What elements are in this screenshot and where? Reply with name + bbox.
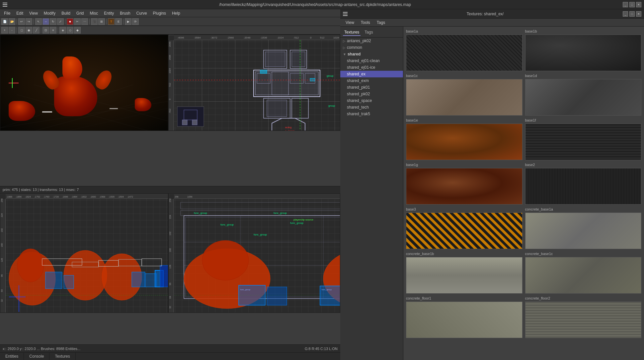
tool-scale[interactable]: ⤢ (57, 18, 64, 25)
side-ruler-h: -1888 -1856 -1824 -1792 -1760 -1728 -169… (6, 194, 168, 199)
editor-hamburger-icon[interactable] (3, 3, 7, 7)
texture-item-concrete-base1b[interactable]: concrete_base1b (406, 252, 523, 294)
tree-item-shared-pk02[interactable]: shared_pk02 (340, 91, 403, 97)
texture-item-concrete-floor1[interactable]: concrete_floor1 (406, 296, 523, 338)
ground-marker-2 (109, 108, 118, 109)
tex-menu-view[interactable]: View (343, 20, 357, 26)
viewport-side-2d[interactable]: -1888 -1856 -1824 -1792 -1760 -1728 -169… (0, 193, 168, 313)
textures-maximize-button[interactable]: □ (629, 11, 635, 17)
tree-item-shared-space[interactable]: shared_space (340, 97, 403, 104)
tool-redo[interactable]: ↪ (26, 18, 32, 25)
tool-refresh[interactable]: ⟳ (132, 18, 139, 25)
viewport-top-2d[interactable]: -4096 -3584 -3072 -2560 -2048 -1536 -102… (168, 35, 340, 131)
viewport-front-2d[interactable]: 256 1056 256 224 192 160 128 96 64 (168, 193, 340, 313)
tool-vertex[interactable]: ◉ (26, 27, 32, 34)
tab-entities[interactable]: Entities (0, 353, 24, 360)
tree-item-shared-ej01-ice[interactable]: shared_ej01-ice (340, 64, 403, 71)
texture-item-concrete-base1a[interactable]: concrete_base1a (525, 207, 642, 249)
texture-item-base1e[interactable]: base1e (406, 118, 523, 160)
tool-rotate[interactable]: ↻ (50, 18, 56, 25)
tool-snap-grid[interactable]: ⊡ (42, 27, 49, 34)
tree-tab-textures[interactable]: Textures (343, 29, 361, 36)
tex-menu-tags[interactable]: Tags (374, 20, 388, 26)
svg-text:func_group: func_group (220, 223, 234, 226)
tool-camera[interactable]: 🎥 (91, 18, 98, 25)
tex-menu-tools[interactable]: Tools (358, 20, 373, 26)
menu-entity[interactable]: Entity (101, 10, 117, 16)
tree-tab-tags[interactable]: Tags (363, 29, 374, 36)
menu-plugins[interactable]: Plugins (150, 10, 169, 16)
textures-minimize-button[interactable]: _ (623, 11, 628, 17)
editor-close-button[interactable]: ✕ (636, 2, 641, 7)
menu-curve[interactable]: Curve (134, 10, 150, 16)
texture-item-concrete-floor2[interactable]: concrete_floor2 (525, 296, 642, 338)
texture-item-base1b[interactable]: base1b (525, 29, 642, 71)
svg-point-38 (17, 249, 44, 282)
svg-rect-46 (160, 265, 168, 287)
tool-select[interactable]: ↖ (35, 18, 42, 25)
tool-texture[interactable]: T (108, 18, 115, 25)
menu-brush[interactable]: Brush (117, 10, 133, 16)
texture-thumb-concrete-base1c (525, 257, 642, 294)
editor-minimize-button[interactable]: _ (623, 2, 628, 7)
menu-modify[interactable]: Modify (41, 10, 58, 16)
s-ruler-2: -1856 (16, 196, 22, 198)
tool-misc2[interactable]: ◇ (67, 27, 73, 34)
tree-item-shared-ex[interactable]: shared_ex (340, 71, 403, 77)
texture-item-base1d[interactable]: base1d (525, 74, 642, 116)
texture-item-concrete-base1c[interactable]: concrete_base1c (525, 252, 642, 294)
fv-mark-3: 192 (169, 231, 171, 235)
tool-misc1[interactable]: ◈ (59, 27, 66, 34)
tool-translate[interactable]: ↔ (42, 18, 49, 25)
tool-face[interactable]: ◻ (18, 27, 25, 34)
menu-view[interactable]: View (27, 10, 40, 16)
tool-grid-snap[interactable]: ⊞ (98, 18, 105, 25)
tool-new[interactable]: 📄 (1, 18, 8, 25)
tool-align[interactable]: ≡ (50, 27, 56, 34)
tree-label-shared-pk02: shared_pk02 (347, 92, 370, 96)
menu-file[interactable]: File (1, 10, 13, 16)
texture-item-base1f[interactable]: base1f (525, 118, 642, 160)
tree-item-shared[interactable]: ▼ shared (340, 51, 403, 57)
tree-item-shared-ej01-clean[interactable]: shared_ej01-clean (340, 57, 403, 64)
tree-item-shared-pk01[interactable]: shared_pk01 (340, 84, 403, 91)
tool-connect[interactable]: ⋯ (81, 18, 88, 25)
tool-undo[interactable]: ↩ (18, 18, 25, 25)
tool-clip[interactable]: ✂ (74, 18, 81, 25)
texture-item-base1a[interactable]: base1a (406, 29, 523, 71)
tree-item-antares[interactable]: ▷ antares_pk02 (340, 38, 403, 44)
tool-csg-add[interactable]: + (1, 27, 8, 34)
textures-close-button[interactable]: ✕ (636, 11, 641, 17)
menu-help[interactable]: Help (169, 10, 183, 16)
editor-status-bar: prim: 475 | states: 13 | transforms: 13 … (0, 186, 340, 193)
tree-item-shared-trak5[interactable]: shared_trak5 (340, 111, 403, 117)
viewport-3d[interactable] (0, 35, 168, 131)
tool-compile[interactable]: ▶ (125, 18, 131, 25)
menu-misc[interactable]: Misc (87, 10, 101, 16)
texture-item-base1c[interactable]: base1c (406, 74, 523, 116)
textures-hamburger-icon[interactable] (343, 12, 348, 16)
tree-item-shared-exm[interactable]: shared_exm (340, 77, 403, 84)
sep2 (34, 19, 34, 25)
s-ruler-13: -1504 (118, 196, 124, 198)
tab-textures[interactable]: Textures (49, 353, 75, 360)
tool-csg-sub[interactable]: - (9, 27, 15, 34)
texture-item-base3[interactable]: base3 (406, 207, 523, 249)
tool-entity[interactable]: E (115, 18, 122, 25)
texture-item-base2[interactable]: base2 (525, 163, 642, 205)
tool-open[interactable]: 📂 (9, 18, 15, 25)
menu-grid[interactable]: Grid (74, 10, 87, 16)
menu-build[interactable]: Build (59, 10, 73, 16)
menu-edit[interactable]: Edit (14, 10, 26, 16)
texture-item-base1g[interactable]: base1g (406, 163, 523, 205)
tree-item-common[interactable]: ▷ common (340, 44, 403, 51)
texture-grid[interactable]: base1a base1b base1c base1d (403, 27, 644, 360)
tool-misc3[interactable]: ◆ (74, 27, 81, 34)
tree-item-shared-tech[interactable]: shared_tech (340, 104, 403, 111)
ruler-v-mark-4: 512 (169, 83, 171, 87)
ruler-mark-5: -2048 (244, 36, 250, 39)
tab-console[interactable]: Console (24, 353, 49, 360)
tool-brush[interactable]: ■ (67, 18, 73, 25)
tool-edge[interactable]: ╱ (33, 27, 40, 34)
editor-maximize-button[interactable]: □ (629, 2, 635, 7)
